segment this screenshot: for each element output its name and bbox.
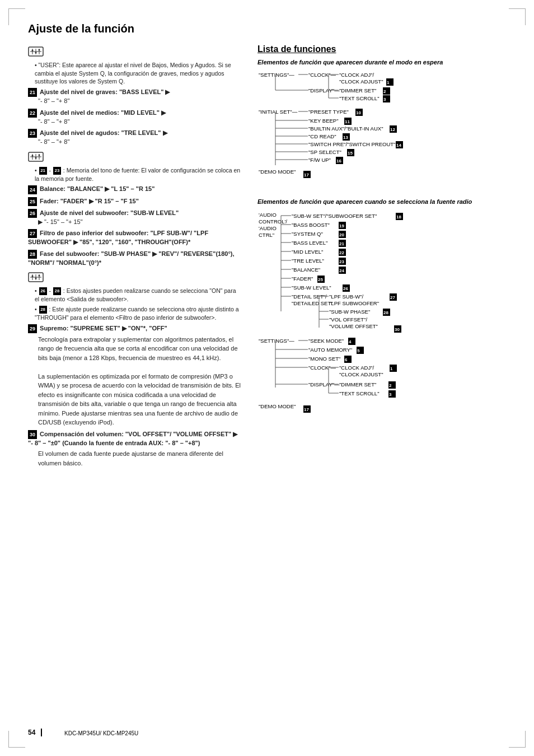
page-title: Ajuste de la función (28, 22, 506, 35)
item-label-23: Ajuste del nivel de agudos: "TRE LEVEL" … (40, 129, 167, 136)
svg-text:"LPF SUBWOOFER": "LPF SUBWOOFER" (329, 300, 379, 306)
item-label-22: Ajuste del nivel de medios: "MID LEVEL" … (40, 109, 166, 116)
svg-text:15: 15 (348, 151, 353, 156)
svg-text:'AUDIO: 'AUDIO (259, 225, 277, 231)
inline-num-26: 26 (39, 287, 47, 295)
item-30: 30 Compensación del volumen: "VOL OFFSET… (28, 430, 241, 468)
tree-standby: "SETTINGS"— "CLOCK"— "CLOCK ADJ"/ "CLOCK… (257, 70, 506, 192)
svg-point-21 (32, 276, 34, 277)
section-title-funciones: Lista de funciones (257, 44, 506, 54)
svg-text:20: 20 (339, 232, 344, 237)
note-26-28-item1: 26 - 28 : Estos ajustes pueden realizars… (35, 287, 241, 304)
svg-text:CONTROL'/: CONTROL'/ (259, 218, 287, 225)
svg-text:"CLOCK ADJUST": "CLOCK ADJUST" (339, 371, 383, 377)
item-26: 26 Ajuste de nivel del subwoofer: "SUB-W… (28, 209, 241, 226)
svg-text:5: 5 (357, 348, 360, 353)
svg-text:13: 13 (343, 135, 348, 140)
svg-text:"VOL OFFSET"/: "VOL OFFSET"/ (329, 316, 368, 323)
svg-text:"DIMMER SET": "DIMMER SET" (339, 87, 376, 94)
svg-text:"BASS LEVEL": "BASS LEVEL" (292, 240, 327, 246)
svg-text:19: 19 (339, 223, 344, 228)
item-num-24: 24 (28, 185, 37, 194)
item-label-24: Balance: "BALANCE" ▶ "L 15" – "R 15" (40, 185, 154, 192)
svg-text:23: 23 (339, 259, 344, 264)
svg-point-22 (35, 278, 37, 279)
svg-text:"MONO SET": "MONO SET" (308, 356, 340, 362)
corner-bl (8, 731, 25, 748)
item-29: 29 Supremo: "SUPREME SET" ▶ "ON"*, "OFF"… (28, 324, 241, 427)
svg-text:"PRESET TYPE": "PRESET TYPE" (308, 109, 349, 115)
item-label-26: Ajuste de nivel del subwoofer: "SUB-W LE… (40, 209, 179, 216)
left-column: "USER": Este aparece al ajustar el nivel… (28, 44, 241, 470)
right-column: Lista de funciones Elementos de función … (257, 44, 506, 470)
corner-tl (8, 8, 25, 25)
svg-text:28: 28 (383, 310, 388, 315)
svg-text:"SUB-W PHASE": "SUB-W PHASE" (329, 309, 370, 315)
svg-text:"AUTO MEMORY": "AUTO MEMORY" (308, 347, 352, 353)
svg-text:"KEY BEEP": "KEY BEEP" (308, 118, 339, 124)
svg-text:"DETAILED SET": "DETAILED SET" (292, 300, 333, 306)
item-num-23: 23 (28, 129, 37, 138)
svg-text:6: 6 (345, 357, 348, 362)
svg-text:"FADER": "FADER" (292, 276, 313, 282)
item-24: 24 Balance: "BALANCE" ▶ "L 15" – "R 15" (28, 185, 241, 194)
item-value-23: "- 8" – "+ 8" (38, 138, 69, 145)
item-25: 25 Fader: "FADER" ▶ "R 15" – "F 15" (28, 197, 241, 206)
item-label-29: Supremo: "SUPREME SET" ▶ "ON"*, "OFF" (40, 325, 167, 332)
svg-text:24: 24 (339, 268, 344, 273)
svg-text:"CLOCK ADJ"/: "CLOCK ADJ"/ (339, 72, 374, 78)
svg-text:"MID LEVEL": "MID LEVEL" (292, 249, 323, 255)
svg-text:25: 25 (318, 277, 323, 282)
svg-point-14 (35, 157, 37, 158)
eq-icon (28, 46, 44, 57)
svg-text:10: 10 (356, 110, 361, 115)
item-value-21: "- 8" – "+ 8" (38, 97, 69, 104)
item-label-30: Compensación del volumen: "VOL OFFSET"/ … (28, 431, 237, 446)
item-28: 28 Fase del subwoofer: "SUB-W PHASE" ▶ "… (28, 250, 241, 267)
svg-text:17: 17 (304, 407, 309, 412)
svg-text:"LPF SUB-W"/: "LPF SUB-W"/ (329, 293, 363, 300)
svg-text:"SP SELECT": "SP SELECT" (308, 149, 341, 155)
svg-text:"CLOCK ADJ"/: "CLOCK ADJ"/ (339, 365, 374, 371)
svg-text:"F/W UP": "F/W UP" (308, 157, 331, 163)
svg-text:"CLOCK ADJUST": "CLOCK ADJUST" (339, 78, 383, 85)
inline-num-28: 28 (53, 287, 61, 295)
inline-num-23: 23 (53, 167, 61, 175)
subsection-standby: Elementos de función que aparecen durant… (257, 59, 506, 66)
svg-text:"TRE LEVEL": "TRE LEVEL" (292, 258, 324, 264)
svg-point-7 (39, 49, 40, 51)
item-value-26: ▶ "- 15" – "+ 15" (38, 218, 83, 225)
item-22: 22 Ajuste del nivel de medios: "MID LEVE… (28, 109, 241, 126)
note-21-23: 21 - 23 : Memoria del tono de fuente: El… (35, 166, 241, 183)
svg-text:11: 11 (345, 119, 350, 124)
svg-text:1: 1 (387, 80, 390, 85)
svg-text:18: 18 (396, 214, 401, 220)
svg-text:"SWITCH PRE"/"SWITCH PREOUT": "SWITCH PRE"/"SWITCH PREOUT" (308, 141, 395, 147)
inline-num-28b: 28 (39, 306, 47, 314)
svg-text:21: 21 (339, 241, 344, 246)
svg-text:"BASS BOOST": "BASS BOOST" (292, 222, 330, 228)
item-value-22: "- 8" – "+ 8" (38, 118, 69, 125)
svg-text:"SETTINGS"—: "SETTINGS"— (259, 338, 294, 344)
svg-text:"CD READ": "CD READ" (308, 133, 336, 139)
item-label-27: Filtro de paso inferior del subwoofer: "… (28, 230, 208, 245)
item-num-28: 28 (28, 250, 37, 259)
svg-text:"VOLUME OFFSET": "VOLUME OFFSET" (329, 323, 378, 329)
svg-text:"SUB-W LEVEL": "SUB-W LEVEL" (292, 284, 331, 291)
two-column-layout: "USER": Este aparece al ajustar el nivel… (28, 44, 506, 470)
svg-text:"TEXT SCROLL": "TEXT SCROLL" (339, 390, 380, 396)
item-label-25: Fader: "FADER" ▶ "R 15" – "F 15" (40, 198, 139, 204)
item-num-21: 21 (28, 88, 37, 97)
inline-num-21: 21 (39, 167, 47, 175)
subsection-radio: Elementos de función que aparecen cuando… (257, 198, 506, 205)
item-num-30: 30 (28, 430, 37, 439)
svg-text:"DEMO MODE": "DEMO MODE" (259, 169, 296, 175)
eq-icon-3 (28, 272, 44, 282)
svg-point-15 (39, 154, 40, 156)
svg-text:26: 26 (343, 286, 348, 291)
intro-note: "USER": Este aparece al ajustar el nivel… (35, 61, 241, 86)
svg-text:17: 17 (304, 172, 309, 178)
item-num-25: 25 (28, 197, 37, 206)
tree-radio: 'AUDIO CONTROL'/ 'AUDIO CTRL" "SUB-W SET… (257, 209, 506, 423)
item-num-26: 26 (28, 209, 37, 218)
